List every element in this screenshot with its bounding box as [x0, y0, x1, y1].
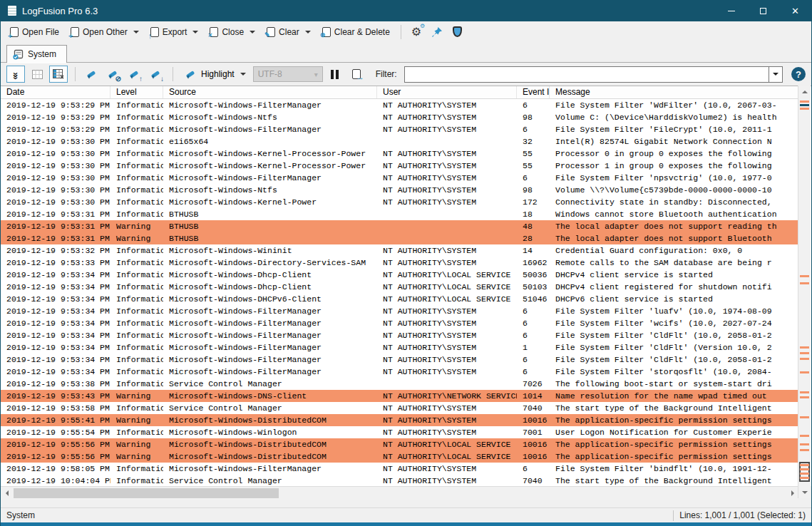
app-window: LogFusion Pro 6.3 Open File Open Other E…	[0, 0, 812, 526]
table-row[interactable]: 2019-12-19 10:04:04 PMInformationService…	[1, 475, 798, 486]
chevron-down-icon: ▾	[314, 71, 318, 78]
settings-button[interactable]: ⚙	[407, 24, 426, 40]
help-button[interactable]: ?	[791, 67, 806, 81]
table-row[interactable]: 2019-12-19 9:53:34 PMInformationMicrosof…	[1, 281, 798, 293]
table-row[interactable]: 2019-12-19 9:53:34 PMInformationMicrosof…	[1, 305, 798, 317]
table-row[interactable]: 2019-12-19 9:53:31 PMWarningBTHUSB28The …	[1, 232, 798, 244]
app-icon	[8, 6, 16, 16]
filter-dropdown-button[interactable]	[769, 66, 783, 83]
table-row[interactable]: 2019-12-19 9:53:34 PMInformationMicrosof…	[1, 354, 798, 366]
hscrollbar-thumb[interactable]	[14, 488, 279, 498]
current-line-marker	[800, 104, 809, 106]
add-highlight-button[interactable]	[83, 66, 101, 83]
main-toolbar: Open File Open Other Export Close Clear …	[1, 21, 811, 42]
highlighter-off-icon: ⊘	[107, 68, 120, 80]
open-file-button[interactable]: Open File	[5, 25, 64, 39]
table-row[interactable]: 2019-12-19 9:53:34 PMInformationMicrosof…	[1, 366, 798, 378]
scroll-left-button[interactable]	[1, 487, 13, 500]
table-row[interactable]: 2019-12-19 9:55:41 PMWarningMicrosoft-Wi…	[1, 414, 798, 426]
table-row[interactable]: 2019-12-19 9:53:30 PMInformatione1i65x64…	[1, 135, 798, 148]
table-row[interactable]: 2019-12-19 9:55:54 PMInformationMicrosof…	[1, 426, 798, 438]
table-row[interactable]: 2019-12-19 9:53:32 PMInformationMicrosof…	[1, 244, 798, 257]
table-row[interactable]: 2019-12-19 9:53:30 PMInformationMicrosof…	[1, 160, 798, 172]
status-divider	[673, 510, 674, 521]
pushpin-icon	[431, 26, 443, 38]
warning-marker	[800, 275, 809, 277]
close-button[interactable]	[779, 0, 811, 21]
table-row[interactable]: 2019-12-19 9:53:58 PMInformationService …	[1, 402, 798, 414]
table-row[interactable]: 2019-12-19 9:53:30 PMInformationMicrosof…	[1, 148, 798, 160]
table-row[interactable]: 2019-12-19 9:53:34 PMInformationMicrosof…	[1, 341, 798, 354]
pause-button[interactable]	[326, 66, 344, 83]
vertical-scrollbar[interactable]	[798, 86, 811, 498]
export-button[interactable]: Export	[145, 25, 204, 39]
toolbar-separator	[75, 67, 76, 81]
warning-marker	[800, 435, 809, 437]
table-row[interactable]: 2019-12-19 9:53:34 PMInformationMicrosof…	[1, 269, 798, 281]
table-row[interactable]: 2019-12-19 9:53:34 PMInformationMicrosof…	[1, 317, 798, 329]
chevron-down-icon	[305, 31, 311, 36]
protection-button[interactable]	[448, 24, 466, 39]
warning-marker	[800, 449, 809, 451]
tab-system[interactable]: System	[6, 45, 67, 63]
maximize-button[interactable]	[747, 0, 779, 21]
table-row[interactable]: 2019-12-19 9:55:56 PMWarningMicrosoft-Wi…	[1, 450, 798, 463]
table-row[interactable]: 2019-12-19 9:53:29 PMInformationMicrosof…	[1, 111, 798, 123]
table-row[interactable]: 2019-12-19 9:53:30 PMInformationMicrosof…	[1, 196, 798, 208]
column-header-eventid[interactable]: Event ID	[517, 86, 550, 98]
prev-highlight-button[interactable]: ↑	[125, 66, 144, 83]
warning-marker	[800, 464, 809, 466]
highlight-menu-button[interactable]: Highlight	[180, 66, 250, 82]
scroll-up-button[interactable]	[798, 86, 811, 98]
table-row[interactable]: 2019-12-19 9:53:30 PMInformationMicrosof…	[1, 172, 798, 184]
doc-close-icon	[210, 27, 218, 37]
status-left: System	[6, 510, 35, 520]
column-header-level[interactable]: Level	[111, 86, 163, 98]
chevron-down-icon	[250, 31, 255, 36]
table-row[interactable]: 2019-12-19 9:53:33 PMInformationMicrosof…	[1, 257, 798, 269]
table-row[interactable]: 2019-12-19 9:53:31 PMWarningBTHUSB48The …	[1, 220, 798, 232]
warning-marker	[800, 391, 809, 393]
table-row[interactable]: 2019-12-19 9:53:29 PMInformationMicrosof…	[1, 99, 798, 111]
open-other-button[interactable]: Open Other	[66, 25, 144, 39]
highlighter-up-icon: ↑	[128, 68, 141, 80]
table-row[interactable]: 2019-12-19 9:53:43 PMWarningMicrosoft-Wi…	[1, 390, 798, 402]
next-highlight-button[interactable]: ↓	[147, 66, 165, 83]
table-row[interactable]: 2019-12-19 9:55:56 PMWarningMicrosoft-Wi…	[1, 438, 798, 450]
filter-input[interactable]	[404, 66, 769, 83]
clear-button[interactable]: Clear	[262, 25, 316, 39]
clear-delete-button[interactable]: Clear & Delete	[317, 25, 395, 39]
table-row[interactable]: 2019-12-19 9:53:31 PMInformationBTHUSB18…	[1, 208, 798, 220]
scroll-down-button[interactable]	[798, 486, 811, 498]
table-row[interactable]: 2019-12-19 9:53:38 PMInformationService …	[1, 378, 798, 390]
table-row[interactable]: 2019-12-19 9:53:34 PMInformationMicrosof…	[1, 329, 798, 341]
warning-marker	[800, 477, 809, 479]
horizontal-scrollbar[interactable]	[1, 486, 798, 500]
chevron-down-icon	[133, 31, 139, 36]
table-row[interactable]: 2019-12-19 9:53:29 PMInformationMicrosof…	[1, 123, 798, 135]
grid-lines-toggle[interactable]	[28, 66, 46, 83]
autoscroll-toggle[interactable]	[6, 66, 25, 83]
column-header-date[interactable]: Date	[1, 86, 111, 98]
window-bottom-edge	[1, 522, 811, 526]
scroll-right-button[interactable]	[786, 487, 798, 500]
doc-plus-icon	[10, 27, 19, 37]
double-chevron-down-icon	[14, 68, 18, 81]
gear-icon: ⚙	[411, 26, 421, 38]
disable-highlight-button[interactable]: ⊘	[104, 66, 123, 83]
column-header-user[interactable]: User	[377, 86, 517, 98]
pin-button[interactable]	[427, 24, 447, 40]
table-row[interactable]: 2019-12-19 9:58:05 PMInformationMicrosof…	[1, 463, 798, 475]
doc-clear-icon	[267, 27, 275, 37]
column-header-source[interactable]: Source	[163, 86, 377, 98]
toolbar-separator	[401, 25, 401, 39]
encoding-select[interactable]: UTF-8 ▾	[253, 66, 323, 82]
columns-toggle[interactable]	[49, 66, 68, 83]
close-log-button[interactable]: Close	[205, 25, 260, 39]
minimize-button[interactable]	[715, 0, 747, 21]
column-header-message[interactable]: Message	[550, 86, 798, 98]
shield-icon	[453, 26, 462, 37]
follow-tail-button[interactable]: →	[347, 66, 366, 83]
table-row[interactable]: 2019-12-19 9:53:30 PMInformationMicrosof…	[1, 184, 798, 196]
table-row[interactable]: 2019-12-19 9:53:34 PMInformationMicrosof…	[1, 293, 798, 305]
